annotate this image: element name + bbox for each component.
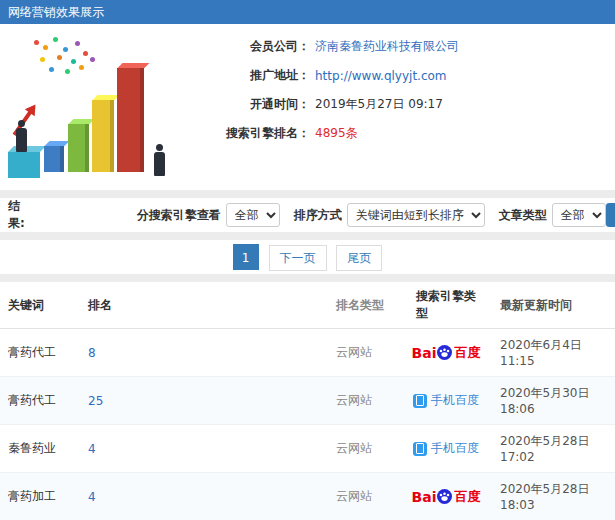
mobile-baidu-icon xyxy=(413,442,427,456)
baidu-paw-icon xyxy=(437,489,452,504)
mobile-baidu-label: 手机百度 xyxy=(431,392,479,409)
bar-chart-illustration xyxy=(0,24,180,190)
article-type-filter-group: 文章类型 全部 xyxy=(499,203,606,227)
member-overview-panel: 会员公司： 济南秦鲁药业科技有限公司 推广地址： http://www.qlyy… xyxy=(0,24,615,190)
updated-cell: 2020年5月28日 18:03 xyxy=(492,473,615,520)
confetti-decoration xyxy=(34,40,39,45)
engine-filter-group: 分搜索引擎查看 全部 xyxy=(137,203,280,227)
results-table: 关键词 排名 排名类型 搜索引擎类型 最新更新时间 膏药代工 8 云网站 Bai… xyxy=(0,282,615,520)
engine-cell: 手机百度 xyxy=(400,425,492,473)
mobile-baidu-logo: 手机百度 xyxy=(408,392,484,409)
updated-cell: 2020年5月30日 18:06 xyxy=(492,377,615,425)
baidu-logo: Bai百度 xyxy=(408,488,484,506)
article-type-select[interactable]: 全部 xyxy=(552,203,606,227)
member-company-label: 会员公司： xyxy=(180,38,310,55)
chart-bar-red xyxy=(117,68,144,172)
promo-url-label: 推广地址： xyxy=(180,67,310,84)
podium-cube xyxy=(8,152,40,178)
rank-count-value: 4895条 xyxy=(315,125,358,142)
promo-url-row: 推广地址： http://www.qlyyjt.com xyxy=(180,67,615,84)
table-row: 膏药加工 4 云网站 Bai百度 2020年5月28日 18:03 xyxy=(0,473,615,520)
open-time-label: 开通时间： xyxy=(180,96,310,113)
rank-type-cell: 云网站 xyxy=(328,473,400,520)
engine-filter-select[interactable]: 全部 xyxy=(226,203,280,227)
chart-bar-green xyxy=(68,124,89,172)
member-info: 会员公司： 济南秦鲁药业科技有限公司 推广地址： http://www.qlyy… xyxy=(180,24,615,190)
rank-link[interactable]: 4 xyxy=(88,442,96,456)
businessman-figure-left xyxy=(14,120,28,152)
header-rank-type: 排名类型 xyxy=(328,282,400,329)
rank-link[interactable]: 8 xyxy=(88,346,96,360)
businessman-figure-right xyxy=(152,144,166,176)
table-row: 膏药代工 25 云网站 手机百度 2020年5月30日 18:06 xyxy=(0,377,615,425)
open-time-row: 开通时间： 2019年5月27日 09:17 xyxy=(180,96,615,113)
chart-bar-blue xyxy=(44,146,64,172)
engine-cell: Bai百度 xyxy=(400,329,492,377)
sort-filter-select[interactable]: 关键词由短到长排序 xyxy=(347,203,485,227)
table-row: 秦鲁药业 4 云网站 手机百度 2020年5月28日 17:02 xyxy=(0,425,615,473)
updated-cell: 2020年6月4日 11:15 xyxy=(492,329,615,377)
mobile-baidu-logo: 手机百度 xyxy=(408,440,484,457)
member-company-row: 会员公司： 济南秦鲁药业科技有限公司 xyxy=(180,38,615,55)
table-header-row: 关键词 排名 排名类型 搜索引擎类型 最新更新时间 xyxy=(0,282,615,329)
promo-url-link[interactable]: http://www.qlyyjt.com xyxy=(315,69,447,83)
table-row: 膏药代工 8 云网站 Bai百度 2020年6月4日 11:15 xyxy=(0,329,615,377)
keyword-cell: 膏药加工 xyxy=(0,473,80,520)
pagination-bar: 1 下一页 尾页 xyxy=(0,240,615,274)
submit-button[interactable]: 提交 xyxy=(606,203,615,227)
page-number-current[interactable]: 1 xyxy=(233,244,259,270)
result-label: 结果: xyxy=(8,198,25,232)
header-updated: 最新更新时间 xyxy=(492,282,615,329)
baidu-logo: Bai百度 xyxy=(408,344,484,362)
rank-type-cell: 云网站 xyxy=(328,425,400,473)
mobile-baidu-icon xyxy=(413,394,427,408)
rank-count-label: 搜索引擎排名： xyxy=(180,125,310,142)
baidu-cn-text: 百度 xyxy=(454,344,480,362)
updated-cell: 2020年5月28日 17:02 xyxy=(492,425,615,473)
baidu-paw-icon xyxy=(437,345,452,360)
rank-type-cell: 云网站 xyxy=(328,377,400,425)
baidu-latin-text: Bai xyxy=(412,345,437,361)
header-keyword: 关键词 xyxy=(0,282,80,329)
last-page-link[interactable]: 尾页 xyxy=(336,245,382,271)
engine-cell: 手机百度 xyxy=(400,377,492,425)
sort-filter-group: 排序方式 关键词由短到长排序 xyxy=(294,203,485,227)
chart-bar-yellow xyxy=(92,100,114,172)
keyword-cell: 秦鲁药业 xyxy=(0,425,80,473)
baidu-latin-text: Bai xyxy=(412,489,437,505)
sort-filter-label: 排序方式 xyxy=(294,207,342,224)
baidu-cn-text: 百度 xyxy=(454,488,480,506)
rank-link[interactable]: 25 xyxy=(88,394,103,408)
title-bar: 网络营销效果展示 xyxy=(0,0,615,24)
engine-filter-label: 分搜索引擎查看 xyxy=(137,207,221,224)
filter-bar: 结果: 分搜索引擎查看 全部 排序方式 关键词由短到长排序 文章类型 全部 提交 xyxy=(0,198,615,232)
results-table-panel: 关键词 排名 排名类型 搜索引擎类型 最新更新时间 膏药代工 8 云网站 Bai… xyxy=(0,282,615,520)
article-type-filter-label: 文章类型 xyxy=(499,207,547,224)
rank-type-cell: 云网站 xyxy=(328,329,400,377)
keyword-cell: 膏药代工 xyxy=(0,329,80,377)
header-rank: 排名 xyxy=(80,282,328,329)
next-page-link[interactable]: 下一页 xyxy=(269,245,327,271)
keyword-cell: 膏药代工 xyxy=(0,377,80,425)
header-engine-type: 搜索引擎类型 xyxy=(400,282,492,329)
rank-count-row: 搜索引擎排名： 4895条 xyxy=(180,125,615,142)
results-table-body: 膏药代工 8 云网站 Bai百度 2020年6月4日 11:15 膏药代工 25… xyxy=(0,329,615,520)
engine-cell: Bai百度 xyxy=(400,473,492,520)
page-title: 网络营销效果展示 xyxy=(8,5,104,19)
member-company-link[interactable]: 济南秦鲁药业科技有限公司 xyxy=(315,38,459,55)
mobile-baidu-label: 手机百度 xyxy=(431,440,479,457)
open-time-value: 2019年5月27日 09:17 xyxy=(315,96,443,113)
rank-link[interactable]: 4 xyxy=(88,490,96,504)
